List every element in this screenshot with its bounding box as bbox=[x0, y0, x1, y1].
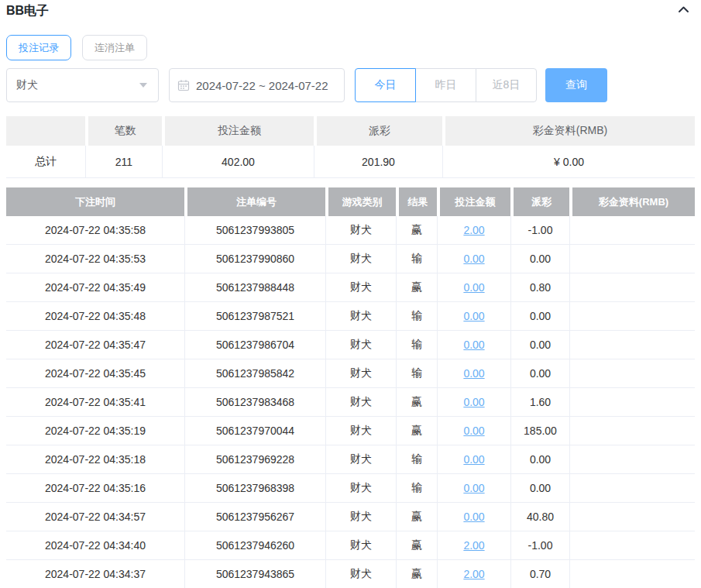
records-header-game-type: 游戏类别 bbox=[325, 187, 396, 216]
records-header-result: 结果 bbox=[396, 187, 437, 216]
cell-bet: 0.00 bbox=[437, 331, 510, 359]
cell-game: 财犬 bbox=[325, 245, 396, 273]
bet-amount-link[interactable]: 0.00 bbox=[463, 482, 484, 494]
cell-id: 5061237968398 bbox=[184, 474, 325, 503]
cell-game: 财犬 bbox=[325, 531, 396, 560]
cell-payout: -1.00 bbox=[510, 531, 569, 560]
cell-bonus bbox=[569, 560, 695, 588]
cell-id: 5061237956267 bbox=[184, 503, 325, 531]
cell-game: 财犬 bbox=[325, 216, 396, 245]
cell-id: 5061237983468 bbox=[184, 388, 325, 417]
today-button[interactable]: 今日 bbox=[355, 68, 416, 102]
cell-bonus bbox=[569, 503, 695, 531]
cell-bet: 2.00 bbox=[437, 531, 510, 560]
cell-bet: 0.00 bbox=[437, 273, 510, 302]
bet-amount-link[interactable]: 0.00 bbox=[463, 281, 484, 294]
tab-cancelled-bets[interactable]: 连消注单 bbox=[82, 35, 147, 60]
date-range-value: 2024-07-22 ~ 2024-07-22 bbox=[196, 79, 328, 92]
cell-result: 赢 bbox=[396, 388, 437, 417]
table-row: 2024-07-22 04:34:40 5061237946260 财犬 赢 2… bbox=[6, 531, 695, 560]
cell-game: 财犬 bbox=[325, 273, 396, 302]
cell-bet: 0.00 bbox=[437, 417, 510, 445]
cell-result: 赢 bbox=[396, 273, 437, 302]
cell-result: 赢 bbox=[396, 216, 437, 245]
cell-payout: 0.00 bbox=[510, 359, 569, 388]
table-row: 2024-07-22 04:35:47 5061237986704 财犬 输 0… bbox=[6, 331, 695, 359]
cell-result: 输 bbox=[396, 245, 437, 273]
table-row: 2024-07-22 04:35:49 5061237988448 财犬 赢 0… bbox=[6, 273, 695, 302]
bet-amount-link[interactable]: 2.00 bbox=[463, 539, 484, 552]
cell-payout: 0.00 bbox=[510, 474, 569, 503]
cell-bonus bbox=[569, 474, 695, 503]
cell-time: 2024-07-22 04:35:47 bbox=[6, 331, 184, 359]
game-select[interactable]: 财犬 bbox=[6, 68, 159, 102]
summary-header-count: 笔数 bbox=[85, 116, 162, 146]
summary-total-label: 总计 bbox=[6, 146, 85, 178]
cell-id: 5061237946260 bbox=[184, 531, 325, 560]
summary-total-row: 总计 211 402.00 201.90 ¥ 0.00 bbox=[6, 146, 695, 178]
cell-payout: 0.00 bbox=[510, 331, 569, 359]
bet-amount-link[interactable]: 0.00 bbox=[463, 425, 484, 437]
cell-payout: 40.80 bbox=[510, 503, 569, 531]
cell-time: 2024-07-22 04:35:49 bbox=[6, 273, 184, 302]
cell-result: 输 bbox=[396, 302, 437, 331]
cell-result: 赢 bbox=[396, 417, 437, 445]
cell-payout: 0.00 bbox=[510, 245, 569, 273]
records-header-bet-id: 注单编号 bbox=[184, 187, 325, 216]
cell-id: 5061237986704 bbox=[184, 331, 325, 359]
filter-row: 财犬 2024-07-22 ~ 2024-07-22 今 bbox=[6, 68, 695, 102]
cell-result: 输 bbox=[396, 474, 437, 503]
bet-amount-link[interactable]: 0.00 bbox=[463, 310, 484, 322]
summary-header-empty bbox=[6, 116, 85, 146]
cell-result: 赢 bbox=[396, 503, 437, 531]
cell-bet: 2.00 bbox=[437, 216, 510, 245]
cell-bonus bbox=[569, 331, 695, 359]
cell-result: 赢 bbox=[396, 560, 437, 588]
cell-bonus bbox=[569, 417, 695, 445]
records-header-payout: 派彩 bbox=[510, 187, 569, 216]
bet-amount-link[interactable]: 2.00 bbox=[463, 568, 484, 580]
tab-bet-records[interactable]: 投注记录 bbox=[6, 35, 71, 60]
game-select-value: 财犬 bbox=[16, 78, 38, 92]
cell-payout: -1.00 bbox=[510, 216, 569, 245]
cell-payout: 185.00 bbox=[510, 417, 569, 445]
cell-id: 5061237987521 bbox=[184, 302, 325, 331]
yesterday-button[interactable]: 昨日 bbox=[415, 68, 476, 102]
date-range-picker[interactable]: 2024-07-22 ~ 2024-07-22 bbox=[169, 68, 345, 102]
cell-result: 输 bbox=[396, 359, 437, 388]
titlebar: BB电子 bbox=[6, 3, 695, 19]
bet-amount-link[interactable]: 0.00 bbox=[463, 339, 484, 351]
bet-amount-link[interactable]: 0.00 bbox=[463, 453, 484, 466]
cell-game: 财犬 bbox=[325, 359, 396, 388]
cell-payout: 1.60 bbox=[510, 388, 569, 417]
cell-bonus bbox=[569, 273, 695, 302]
bet-records-panel: BB电子 投注记录 连消注单 财犬 bbox=[0, 0, 701, 588]
bet-amount-link[interactable]: 0.00 bbox=[463, 253, 484, 265]
cell-bonus bbox=[569, 531, 695, 560]
cell-game: 财犬 bbox=[325, 331, 396, 359]
cell-id: 5061237943865 bbox=[184, 560, 325, 588]
cell-game: 财犬 bbox=[325, 388, 396, 417]
cell-payout: 0.80 bbox=[510, 273, 569, 302]
last-8-days-button[interactable]: 近8日 bbox=[476, 68, 537, 102]
bet-amount-link[interactable]: 0.00 bbox=[463, 511, 484, 523]
bet-amount-link[interactable]: 0.00 bbox=[463, 396, 484, 408]
summary-header-row: 笔数 投注金额 派彩 彩金资料(RMB) bbox=[6, 116, 695, 146]
summary-header-bonus: 彩金资料(RMB) bbox=[442, 116, 695, 146]
cell-payout: 0.70 bbox=[510, 560, 569, 588]
cell-game: 财犬 bbox=[325, 302, 396, 331]
cell-id: 5061237985842 bbox=[184, 359, 325, 388]
cell-id: 5061237969228 bbox=[184, 445, 325, 474]
records-tbody: 2024-07-22 04:35:58 5061237993805 财犬 赢 2… bbox=[6, 216, 695, 588]
cell-bet: 0.00 bbox=[437, 245, 510, 273]
cell-time: 2024-07-22 04:35:45 bbox=[6, 359, 184, 388]
bet-amount-link[interactable]: 2.00 bbox=[463, 224, 484, 236]
cell-id: 5061237990860 bbox=[184, 245, 325, 273]
table-row: 2024-07-22 04:35:19 5061237970044 财犬 赢 0… bbox=[6, 417, 695, 445]
collapse-panel-button[interactable] bbox=[677, 4, 695, 18]
bet-amount-link[interactable]: 0.00 bbox=[463, 367, 484, 380]
cell-bonus bbox=[569, 216, 695, 245]
records-header-bonus: 彩金资料(RMB) bbox=[569, 187, 695, 216]
search-button[interactable]: 查询 bbox=[545, 68, 607, 102]
table-row: 2024-07-22 04:35:48 5061237987521 财犬 输 0… bbox=[6, 302, 695, 331]
